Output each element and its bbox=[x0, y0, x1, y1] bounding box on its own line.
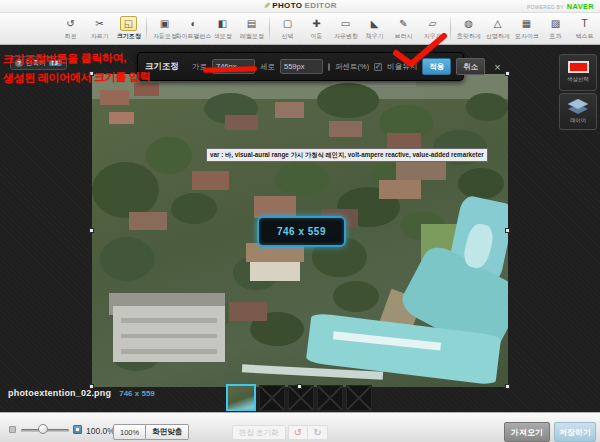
blur-icon: ◍ bbox=[464, 19, 473, 29]
fit-screen-button[interactable]: 화면맞춤 bbox=[146, 424, 189, 440]
annotation-line2: 생성된 레이어에서 크기를 입력 bbox=[3, 69, 151, 86]
tool-label: 텍스트 bbox=[576, 32, 594, 40]
photo-detail bbox=[458, 168, 504, 199]
zoom-out-icon[interactable] bbox=[9, 426, 16, 433]
thumbnail-empty[interactable] bbox=[346, 385, 372, 411]
text-icon: T bbox=[581, 19, 587, 29]
photo-detail bbox=[275, 102, 304, 118]
tool-label: 크기조정 bbox=[117, 32, 141, 40]
keep-ratio-checkbox[interactable]: ✓ bbox=[374, 63, 382, 71]
bottom-bar: 100.0% 100% 화면맞춤 편집 초기화 ↺ ↻ 가져오기 저장하기 bbox=[0, 412, 600, 442]
height-input[interactable] bbox=[280, 59, 323, 74]
move-icon: ✚ bbox=[312, 19, 320, 29]
tool-free-transform[interactable]: ▭자유변형 bbox=[331, 16, 360, 41]
tool-label: 레벨보정 bbox=[240, 32, 264, 40]
zoom-100-button[interactable]: 100% bbox=[113, 424, 146, 440]
layer-button[interactable]: 레이어 bbox=[559, 93, 597, 130]
size-overlay: 746 x 559 bbox=[257, 216, 346, 247]
cancel-button[interactable]: 취소 bbox=[456, 58, 485, 75]
select-icon: ▢ bbox=[283, 19, 292, 29]
app-header: ✎PHOTOEDITOR POWERED BY NAVER bbox=[0, 0, 600, 13]
tool-fill[interactable]: ◣채우기 bbox=[360, 16, 389, 41]
photo-detail bbox=[275, 162, 329, 196]
close-icon[interactable]: × bbox=[494, 62, 500, 72]
filename: photoextention_02.png bbox=[8, 388, 111, 398]
photo-detail bbox=[225, 115, 258, 131]
tool-label: 자르기 bbox=[91, 32, 109, 40]
tool-white-balance[interactable]: ◐화이트밸런스 bbox=[179, 16, 208, 41]
powered-by: POWERED BY NAVER bbox=[527, 2, 594, 11]
reset-edits-button[interactable]: 편집 초기화 bbox=[232, 425, 286, 440]
selection-handle[interactable] bbox=[505, 384, 510, 389]
tool-color-correct[interactable]: ◧색보정 bbox=[208, 16, 237, 41]
eraser-icon: ▱ bbox=[429, 19, 437, 29]
free-transform-icon: ▭ bbox=[341, 19, 350, 29]
tool-label: 채우기 bbox=[366, 32, 384, 40]
zoom-in-icon[interactable] bbox=[73, 425, 82, 434]
color-picker-label: 색상선택 bbox=[567, 75, 589, 83]
photo-detail bbox=[146, 137, 192, 175]
percent-checkbox[interactable] bbox=[328, 63, 330, 71]
tool-label: 모자이크 bbox=[515, 32, 539, 40]
toolbar: ↺회전✂자르기◱크기조정▣자동보정◐화이트밸런스◧색보정▤레벨보정▢선택✚이동▭… bbox=[0, 13, 600, 45]
file-info: photoextention_02.png 746 x 559 bbox=[8, 388, 155, 398]
save-button[interactable]: 저장하기 bbox=[554, 422, 596, 442]
thumbnail-empty[interactable] bbox=[259, 385, 285, 411]
selection-handle[interactable] bbox=[89, 228, 94, 233]
thumbnail-selected[interactable] bbox=[226, 384, 256, 411]
fill-icon: ◣ bbox=[371, 19, 379, 29]
level-correct-icon: ▤ bbox=[247, 19, 256, 29]
annotation-checkmark bbox=[390, 33, 450, 69]
undo-icon[interactable]: ↺ bbox=[288, 425, 308, 440]
naver-brand: NAVER bbox=[567, 2, 594, 11]
tool-label: 회전 bbox=[65, 32, 77, 40]
zoom-slider-handle[interactable] bbox=[38, 424, 48, 434]
resize-icon: ◱ bbox=[124, 19, 133, 29]
zoom-value: 100.0% bbox=[86, 426, 115, 436]
zoom-buttons: 100% 화면맞춤 bbox=[113, 424, 189, 440]
layer-label: 레이어 bbox=[570, 116, 586, 124]
selection-handle[interactable] bbox=[505, 228, 510, 233]
tool-rotate[interactable]: ↺회전 bbox=[56, 16, 85, 41]
tool-sharpen[interactable]: △선명하게 bbox=[483, 16, 512, 41]
tool-label: 흐릿하게 bbox=[457, 32, 481, 40]
photo-detail bbox=[192, 171, 229, 190]
tool-effect[interactable]: ▨효과 bbox=[541, 16, 570, 41]
tool-text[interactable]: T텍스트 bbox=[570, 16, 599, 41]
tool-select[interactable]: ▢선택 bbox=[273, 16, 302, 41]
tool-crop[interactable]: ✂자르기 bbox=[85, 16, 114, 41]
photo-detail bbox=[254, 196, 296, 218]
selection-handle[interactable] bbox=[297, 384, 302, 389]
tool-mosaic[interactable]: ▦모자이크 bbox=[512, 16, 541, 41]
photo-detail bbox=[92, 162, 159, 218]
redo-icon[interactable]: ↻ bbox=[308, 425, 328, 440]
toolbar-divider bbox=[146, 17, 147, 41]
toolbar-divider bbox=[269, 17, 270, 41]
tool-label: 선명하게 bbox=[486, 32, 510, 40]
selection-handle[interactable] bbox=[505, 71, 510, 76]
tool-label: 자동보정 bbox=[153, 32, 177, 40]
color-picker-button[interactable]: 색상선택 bbox=[559, 54, 597, 91]
photo-detail bbox=[466, 93, 508, 121]
color-correct-icon: ◧ bbox=[218, 19, 227, 29]
photo-detail bbox=[329, 121, 362, 137]
white-balance-icon: ◐ bbox=[190, 19, 196, 29]
tool-level-correct[interactable]: ▤레벨보정 bbox=[237, 16, 266, 41]
selection-handle[interactable] bbox=[89, 384, 94, 389]
app-logo: ✎PHOTOEDITOR bbox=[263, 1, 337, 10]
rotate-icon: ↺ bbox=[66, 19, 74, 29]
tool-move[interactable]: ✚이동 bbox=[302, 16, 331, 41]
photo-detail bbox=[100, 90, 129, 106]
brush-icon: ✎ bbox=[399, 19, 407, 29]
photo-detail bbox=[333, 281, 379, 312]
editor-canvas: var : 바, visual-aural range 가시 가청식 레인지, … bbox=[0, 45, 600, 412]
tool-resize[interactable]: ◱크기조정 bbox=[114, 16, 143, 41]
thumbnail-empty[interactable] bbox=[317, 385, 343, 411]
photo-detail bbox=[171, 193, 217, 224]
import-button[interactable]: 가져오기 bbox=[504, 422, 550, 442]
history-buttons: ↺ ↻ bbox=[288, 425, 328, 440]
tool-blur[interactable]: ◍흐릿하게 bbox=[454, 16, 483, 41]
mosaic-icon: ▦ bbox=[522, 19, 531, 29]
pencil-logo-icon: ✎ bbox=[262, 2, 271, 9]
photo-detail bbox=[121, 349, 217, 354]
